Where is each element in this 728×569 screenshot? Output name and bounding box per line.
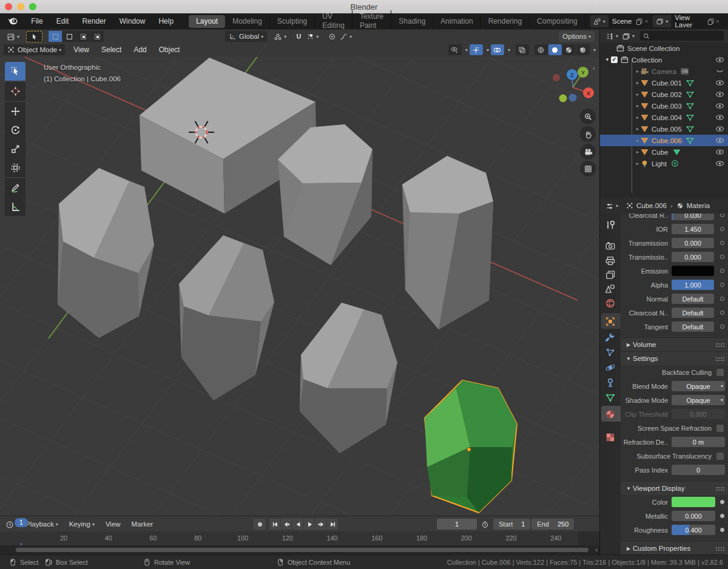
- transform-orientation-dropdown[interactable]: Global▾: [225, 31, 267, 42]
- clearcoat-r--field[interactable]: 0.030: [672, 214, 714, 220]
- properties-tab-constraints[interactable]: [605, 377, 616, 388]
- transmission-field[interactable]: 0.000: [672, 238, 714, 248]
- metallic-field[interactable]: 0.000: [672, 511, 715, 521]
- timeline-menu-keying[interactable]: Keying▾: [64, 520, 100, 528]
- keyframe-dot[interactable]: [720, 283, 724, 287]
- outliner-search-input[interactable]: [640, 31, 724, 41]
- play-button[interactable]: [304, 519, 315, 530]
- toolbar-rotate[interactable]: [5, 121, 25, 140]
- outliner-item-label[interactable]: Scene Collection: [627, 45, 679, 52]
- hide-toggle-eye[interactable]: [715, 90, 724, 99]
- panel-drag-grip[interactable]: [715, 343, 725, 347]
- previous-keyframe-button[interactable]: [281, 519, 292, 530]
- hide-toggle-eye[interactable]: [715, 147, 724, 157]
- outliner-editor-type-selector[interactable]: ▾: [604, 30, 620, 41]
- timeline-collapse-chevron[interactable]: ‹: [595, 546, 598, 553]
- properties-tab-physics[interactable]: [605, 362, 616, 372]
- keyframe-dot[interactable]: [720, 269, 724, 273]
- properties-tab-render[interactable]: [605, 240, 616, 251]
- properties-tab-scene[interactable]: [605, 283, 616, 294]
- selmode-tweak[interactable]: [49, 31, 62, 42]
- proportional-editing-toggle[interactable]: [326, 31, 338, 42]
- keyframe-dot[interactable]: [720, 311, 724, 315]
- toolbar-scale[interactable]: [5, 140, 25, 158]
- keyframe-dot[interactable]: [720, 214, 724, 217]
- branch-arrow-icon[interactable]: ►: [635, 138, 640, 143]
- collection-checkbox[interactable]: ✓: [611, 56, 618, 63]
- timeline-scrollbar[interactable]: [16, 548, 588, 552]
- view-layer-browse-button[interactable]: ▾: [653, 15, 671, 27]
- frame-start-field[interactable]: Start1: [493, 519, 530, 530]
- hide-toggle-eye[interactable]: [715, 78, 724, 87]
- shading-rendered-button[interactable]: [576, 44, 590, 55]
- emission-field[interactable]: [672, 266, 714, 276]
- toolbar-measure[interactable]: [5, 197, 25, 216]
- menu-edit[interactable]: Edit: [50, 13, 76, 29]
- outliner-row-cube-005[interactable]: ►Cube.005: [600, 123, 728, 135]
- viewport-menu-view[interactable]: View: [67, 45, 95, 54]
- tab-rendering[interactable]: Rendering: [481, 15, 530, 28]
- auto-keying-toggle[interactable]: [254, 519, 266, 530]
- timeline-menu-view[interactable]: View: [100, 520, 126, 528]
- pan-view-button[interactable]: [580, 126, 596, 142]
- panel-header-custom-properties[interactable]: ▶Custom Properties: [621, 541, 728, 554]
- menu-file[interactable]: File: [24, 13, 49, 29]
- hide-toggle-eye[interactable]: [715, 124, 724, 133]
- jump-to-start-button[interactable]: [269, 519, 280, 530]
- outliner-item-label[interactable]: Cube.002: [652, 91, 682, 98]
- scene-unlink-button[interactable]: ×: [643, 18, 648, 25]
- branch-arrow-icon[interactable]: ►: [635, 92, 640, 96]
- keyframe-dot[interactable]: [720, 297, 724, 301]
- shading-dropdown[interactable]: ▾: [593, 47, 596, 53]
- panel-header-settings[interactable]: ▼Settings: [621, 351, 728, 365]
- selmode-circle[interactable]: [76, 31, 90, 42]
- keyframe-dot[interactable]: [720, 500, 724, 504]
- editor-type-selector[interactable]: ▾: [5, 31, 21, 42]
- chevron-down[interactable]: ▾: [465, 47, 468, 53]
- branch-arrow-icon[interactable]: ►: [635, 81, 640, 85]
- navigation-gizmo[interactable]: Z Y X: [548, 62, 599, 103]
- outliner-item-label[interactable]: Cube.005: [652, 126, 682, 133]
- jump-to-end-button[interactable]: [327, 519, 338, 530]
- properties-editor-type-selector[interactable]: ▾: [604, 200, 620, 211]
- outliner-row-camera[interactable]: ►Camera: [600, 66, 728, 77]
- hide-toggle-eye[interactable]: [715, 159, 724, 168]
- sidebar-toggle-chevron[interactable]: ‹: [593, 64, 595, 72]
- keyframe-dot[interactable]: [720, 227, 724, 231]
- outliner-row-cube-001[interactable]: ►Cube.001: [600, 77, 728, 89]
- outliner-row-cube[interactable]: ►Cube: [600, 146, 728, 158]
- toolbar-annotate[interactable]: [5, 178, 25, 197]
- menu-render[interactable]: Render: [75, 13, 112, 29]
- scene-browse-button[interactable]: ▾: [590, 15, 608, 27]
- timeline-ruler[interactable]: 20406080100120140160180200220240: [0, 531, 599, 545]
- previous-frame-button[interactable]: [292, 519, 303, 530]
- hide-toggle-eye[interactable]: [715, 136, 724, 145]
- properties-tab-particles[interactable]: [605, 346, 616, 357]
- clip-threshold-field[interactable]: 0.000: [672, 409, 725, 419]
- tangent-field[interactable]: Default: [672, 322, 714, 332]
- panel-drag-grip[interactable]: [715, 487, 725, 491]
- properties-tab-modifiers[interactable]: [605, 331, 616, 342]
- hide-toggle-eye[interactable]: [715, 113, 724, 122]
- keyframe-dot[interactable]: [720, 514, 724, 518]
- properties-tab-view-layer[interactable]: [605, 269, 616, 280]
- gizmo-minus-z-ball[interactable]: [569, 94, 577, 102]
- tab-compositing[interactable]: Compositing: [530, 15, 585, 28]
- outliner-row-collection[interactable]: ▼✓Collection: [600, 54, 728, 66]
- outliner-item-label[interactable]: Collection: [632, 56, 662, 64]
- xray-toggle[interactable]: [516, 44, 529, 55]
- frame-end-field[interactable]: End250: [531, 519, 574, 530]
- tab-layout[interactable]: Layout: [189, 15, 225, 28]
- next-keyframe-button[interactable]: [315, 519, 326, 530]
- outliner-item-label[interactable]: Cube: [652, 149, 669, 156]
- timeline-menu-marker[interactable]: Marker: [126, 520, 159, 528]
- shading-material-button[interactable]: [562, 44, 576, 55]
- clearcoat-n--field[interactable]: Default: [672, 308, 714, 318]
- current-frame-marker[interactable]: 1: [15, 518, 28, 527]
- refraction-de--field[interactable]: 0 m: [672, 437, 725, 447]
- breadcrumb-object[interactable]: Cube.006: [636, 202, 667, 209]
- viewport-3d[interactable]: Object Mode▾ ViewSelectAddObject ▾▾▾▾ Us…: [0, 42, 599, 516]
- tab-shading[interactable]: Shading: [391, 15, 433, 28]
- transmissio--field[interactable]: 0.000: [672, 252, 714, 262]
- tab-animation[interactable]: Animation: [433, 15, 480, 28]
